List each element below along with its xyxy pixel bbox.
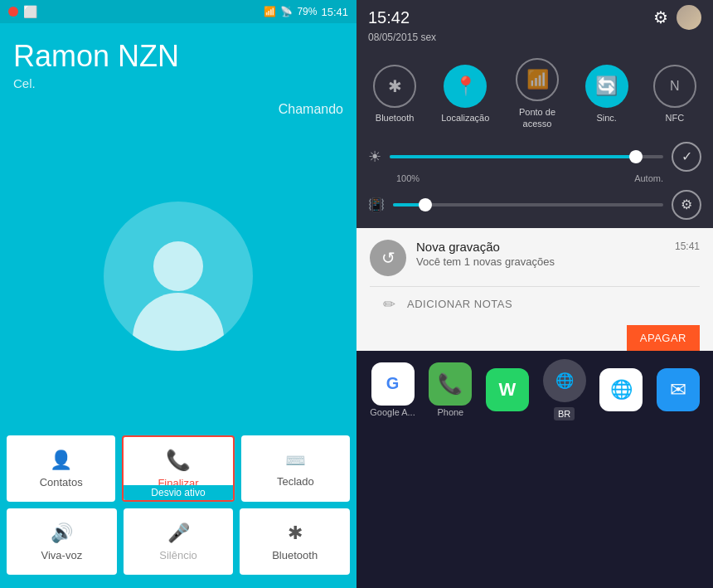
contact-info: Ramon NZN Cel. [0, 23, 356, 99]
battery-label: 79% [297, 6, 317, 17]
toggle-sync[interactable]: 🔄 Sinc. [585, 65, 628, 123]
toggle-hotspot[interactable]: 📶 Ponto de acesso [515, 58, 560, 130]
nfc-toggle-label: NFC [666, 113, 685, 123]
brightness-icon: ☀ [368, 148, 381, 166]
avatar-area [0, 117, 356, 435]
bluetooth-call-label: Bluetooth [272, 549, 318, 561]
keypad-label: Teclado [277, 475, 314, 488]
speaker-label: Viva-voz [41, 549, 83, 561]
speaker-button[interactable]: 🔊 Viva-voz [7, 508, 117, 575]
notif-header: ↺ Nova gravação 15:41 Você tem 1 novas g… [370, 240, 700, 276]
volume-row: 📳 ⚙ [356, 187, 713, 228]
auto-label: Autom. [634, 173, 663, 183]
app-grid: G Google A... 📞 Phone W 🌐 BR 🌐 ✉ [356, 351, 713, 588]
toggle-nfc[interactable]: N NFC [653, 65, 696, 123]
delete-notification-button[interactable]: APAGAR [627, 325, 700, 351]
sync-icon: 🔄 [595, 75, 618, 97]
mute-label: Silêncio [159, 549, 197, 561]
whatsapp-app-icon: W [486, 368, 529, 411]
user-avatar[interactable] [677, 5, 701, 30]
contacts-button[interactable]: 👤 Contatos [7, 435, 115, 502]
desvio-badge: Desvio ativo [124, 485, 232, 500]
google-app-icon: G [371, 362, 415, 406]
app-item-locale[interactable]: 🌐 BR [543, 359, 586, 420]
auto-brightness-button[interactable]: ✓ [672, 142, 701, 172]
locale-app-icon: 🌐 [543, 359, 586, 402]
brightness-fill [390, 155, 636, 158]
avatar [104, 202, 253, 351]
notification-card: ↺ Nova gravação 15:41 Você tem 1 novas g… [356, 228, 713, 351]
volume-fill [393, 203, 425, 207]
keypad-icon: ⌨️ [285, 450, 306, 470]
sync-toggle-circle: 🔄 [585, 65, 628, 108]
locale-icon: 🌐 [555, 372, 574, 390]
notif-action-label[interactable]: ADICIONAR NOTAS [407, 298, 512, 310]
right-time: 15:42 [368, 8, 410, 27]
location-toggle-circle: 📍 [444, 65, 487, 108]
notif-app-icon: ↺ [370, 240, 406, 276]
app-item-messages[interactable]: ✉ [657, 368, 700, 411]
avatar-body [133, 293, 224, 351]
contacts-label: Contatos [40, 476, 83, 488]
screenshot-icon: ⬜ [23, 5, 37, 18]
notif-action-icon: ✏ [383, 295, 395, 313]
notif-actions[interactable]: ✏ ADICIONAR NOTAS [370, 287, 700, 322]
toggle-location[interactable]: 📍 Localização [441, 65, 489, 123]
bluetooth-call-button[interactable]: ✱ Bluetooth [240, 508, 350, 575]
mute-button[interactable]: 🎤 Silêncio [124, 508, 234, 575]
sync-toggle-label: Sinc. [596, 113, 616, 123]
volume-thumb[interactable] [419, 198, 432, 211]
chrome-app-icon: 🌐 [599, 368, 643, 411]
notif-icon: ↺ [381, 248, 395, 268]
end-call-button[interactable]: 📞 Finalizar Desvio ativo [122, 435, 234, 502]
volume-icon: 📳 [368, 197, 385, 212]
call-actions: 👤 Contatos 📞 Finalizar Desvio ativo ⌨️ T… [0, 435, 356, 588]
notif-time: 15:41 [675, 241, 700, 252]
phone-app-icon: 📞 [429, 362, 472, 406]
toggle-bluetooth[interactable]: ✱ Bluetooth [373, 65, 416, 123]
status-left-icons: ⬜ [8, 5, 37, 18]
contact-label: Cel. [13, 76, 343, 90]
nfc-toggle-circle: N [653, 65, 696, 108]
app-item-chrome[interactable]: 🌐 [599, 368, 643, 411]
messages-app-icon: ✉ [657, 368, 700, 411]
mute-icon: 🎤 [167, 522, 190, 544]
notif-content: Nova gravação 15:41 Você tem 1 novas gra… [416, 240, 700, 268]
nfc-icon: N [670, 79, 680, 94]
hotspot-toggle-circle: 📶 [516, 58, 559, 101]
contact-name: Ramon NZN [13, 40, 343, 73]
hotspot-icon: 📶 [526, 69, 549, 90]
end-call-icon: 📞 [166, 449, 191, 472]
brightness-track[interactable] [390, 155, 663, 158]
call-screen: ⬜ 📶 📡 79% 15:41 Ramon NZN Cel. Chamando … [0, 0, 356, 588]
notif-title: Nova gravação [416, 240, 500, 254]
action-row-2: 🔊 Viva-voz 🎤 Silêncio ✱ Bluetooth [7, 508, 350, 575]
notification-panel: 15:42 ⚙ 08/05/2015 sex ✱ Bluetooth [356, 0, 713, 588]
brightness-thumb[interactable] [629, 150, 643, 163]
app-item-phone[interactable]: 📞 Phone [429, 362, 472, 417]
app-row-1: G Google A... 📞 Phone W 🌐 BR 🌐 ✉ [363, 359, 706, 420]
quick-toggles: ✱ Bluetooth 📍 Localização 📶 Ponto de ace… [356, 50, 713, 138]
brightness-row: ☀ ✓ 100% Autom. [356, 138, 713, 187]
call-status: Chamando [0, 102, 356, 117]
location-icon: 📍 [454, 75, 477, 97]
app-item-google[interactable]: G Google A... [370, 362, 415, 417]
bluetooth-icon: ✱ [388, 76, 402, 96]
right-status-icons: ⚙ [653, 5, 701, 30]
location-toggle-label: Localização [441, 113, 489, 123]
bluetooth-toggle-label: Bluetooth [376, 113, 414, 123]
avatar-silhouette [104, 202, 253, 351]
signal-icon: 📶 [264, 6, 276, 17]
settings-icon[interactable]: ⚙ [653, 7, 668, 27]
app-item-whatsapp[interactable]: W [486, 368, 529, 411]
speaker-icon: 🔊 [51, 522, 73, 544]
volume-settings-button[interactable]: ⚙ [672, 190, 701, 220]
action-row-1: 👤 Contatos 📞 Finalizar Desvio ativo ⌨️ T… [7, 435, 350, 502]
notif-delete-row: APAGAR [370, 322, 700, 351]
right-date: 08/05/2015 sex [356, 32, 713, 50]
volume-track[interactable] [393, 203, 663, 207]
bluetooth-toggle-circle: ✱ [373, 65, 416, 108]
keypad-button[interactable]: ⌨️ Teclado [241, 435, 350, 502]
wifi-icon: 📡 [280, 6, 293, 17]
recording-indicator [8, 7, 18, 17]
